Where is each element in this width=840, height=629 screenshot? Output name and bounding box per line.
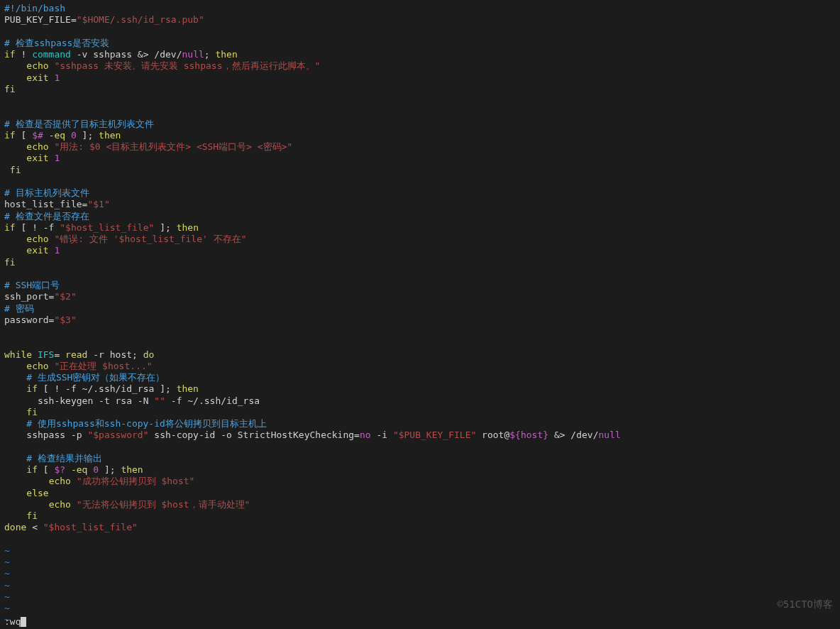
code-token: read: [65, 349, 87, 360]
code-token: exit: [26, 72, 48, 83]
code-token: "$2": [54, 291, 76, 302]
code-token: $#: [32, 130, 43, 141]
code-token: ];: [99, 464, 121, 475]
code-line: PUB_KEY_FILE="$HOME/.ssh/id_rsa.pub": [4, 14, 836, 26]
code-token: ];: [154, 222, 176, 233]
code-token: echo: [49, 499, 71, 510]
code-token: [4, 153, 26, 163]
code-token: [4, 442, 10, 452]
code-token: ssh-keygen -t rsa -N: [4, 395, 154, 406]
code-token: echo: [26, 60, 48, 71]
code-token: [4, 72, 26, 83]
code-token: 0: [93, 464, 99, 475]
code-token: exit: [26, 245, 48, 256]
vim-empty-line: ~: [4, 557, 836, 568]
code-token: [4, 268, 10, 279]
code-line: if [ ! -f "$host_list_file" ]; then: [4, 222, 836, 234]
code-token: echo: [49, 476, 71, 486]
code-token: if: [4, 222, 16, 233]
code-token: [: [16, 130, 32, 141]
code-token: then: [177, 222, 199, 233]
code-token: [4, 534, 10, 545]
code-line: exit 1: [4, 153, 836, 164]
code-token: [4, 453, 26, 464]
code-token: [4, 510, 26, 521]
cursor-block: [21, 617, 26, 627]
code-line: [4, 337, 836, 349]
code-token: [4, 499, 49, 510]
code-token: [4, 383, 26, 394]
code-token: do: [143, 349, 155, 360]
code-token: if: [4, 49, 16, 60]
code-token: ;: [204, 49, 216, 60]
code-line: if ! command -v sshpass &> /dev/null; th…: [4, 49, 836, 60]
code-line: echo "无法将公钥拷贝到 $host，请手动处理": [4, 499, 836, 510]
code-token: # 检查是否提供了目标主机列表文件: [4, 119, 154, 129]
code-line: [4, 176, 836, 187]
code-token: while: [4, 349, 32, 360]
code-line: fi: [4, 84, 836, 95]
code-token: [4, 372, 26, 383]
code-token: "$host_list_file": [60, 222, 154, 233]
code-line: if [ $? -eq 0 ]; then: [4, 464, 836, 476]
code-token: null: [182, 49, 204, 60]
code-token: [4, 95, 10, 106]
code-token: [4, 326, 10, 337]
code-token: [4, 176, 10, 187]
vim-command-text: :wq: [4, 616, 21, 627]
code-line: exit 1: [4, 72, 836, 84]
code-line: if [ $# -eq 0 ]; then: [4, 130, 836, 141]
code-token: -i: [371, 430, 393, 440]
code-token: then: [177, 383, 199, 394]
code-token: then: [215, 49, 237, 60]
code-line: echo "成功将公钥拷贝到 $host": [4, 476, 836, 487]
code-token: -f ~/.ssh/id_rsa: [165, 395, 260, 406]
code-line: host_list_file="$1": [4, 199, 836, 210]
code-editor[interactable]: #!/bin/bashPUB_KEY_FILE="$HOME/.ssh/id_r…: [0, 0, 840, 629]
code-token: [4, 488, 26, 498]
vim-empty-line: ~: [4, 603, 836, 614]
code-token: if: [26, 464, 38, 475]
code-token: [4, 234, 26, 244]
code-token: echo: [26, 234, 48, 244]
code-token: ];: [77, 130, 99, 141]
code-line: echo "用法: $0 <目标主机列表文件> <SSH端口号> <密码>": [4, 141, 836, 153]
code-token: [: [38, 464, 54, 475]
code-line: echo "错误: 文件 '$host_list_file' 不存在": [4, 234, 836, 245]
vim-empty-line: ~: [4, 580, 836, 591]
code-token: 1: [54, 245, 60, 256]
code-token: no: [360, 430, 371, 440]
code-line: [4, 442, 836, 453]
code-token: [4, 165, 10, 175]
vim-empty-line: ~: [4, 568, 836, 579]
code-line: [4, 534, 836, 545]
code-line: done < "$host_list_file": [4, 522, 836, 533]
vim-command-line[interactable]: :wq: [4, 616, 26, 628]
code-token: [4, 60, 26, 71]
code-token: "$password": [87, 430, 148, 440]
code-token: command: [32, 49, 71, 60]
code-line: echo "sshpass 未安装。请先安装 sshpass，然后再运行此脚本。…: [4, 60, 836, 72]
code-token: sshpass -p: [4, 430, 87, 440]
vim-empty-line: ~: [4, 591, 836, 603]
code-token: "$3": [54, 314, 76, 325]
code-token: # 检查文件是否存在: [4, 211, 89, 221]
code-token: "$host_list_file": [43, 522, 138, 532]
code-token: # 密码: [4, 303, 34, 314]
code-token: root@: [476, 430, 509, 440]
code-line: fi: [4, 165, 836, 176]
code-token: "": [154, 395, 165, 406]
code-line: password="$3": [4, 314, 836, 326]
code-token: # 使用sshpass和ssh-copy-id将公钥拷贝到目标主机上: [26, 418, 267, 429]
code-token: # 检查结果并输出: [26, 453, 102, 464]
code-token: [4, 476, 49, 486]
code-line: while IFS= read -r host; do: [4, 349, 836, 361]
code-token: [4, 106, 10, 117]
code-line: [4, 268, 836, 280]
code-line: # 生成SSH密钥对（如果不存在）: [4, 372, 836, 383]
code-token: 0: [71, 130, 77, 141]
code-token: [4, 245, 26, 256]
code-token: host_list_file=: [4, 199, 87, 209]
code-token: "错误: 文件 '$host_list_file' 不存在": [54, 234, 246, 244]
code-token: [4, 26, 10, 37]
